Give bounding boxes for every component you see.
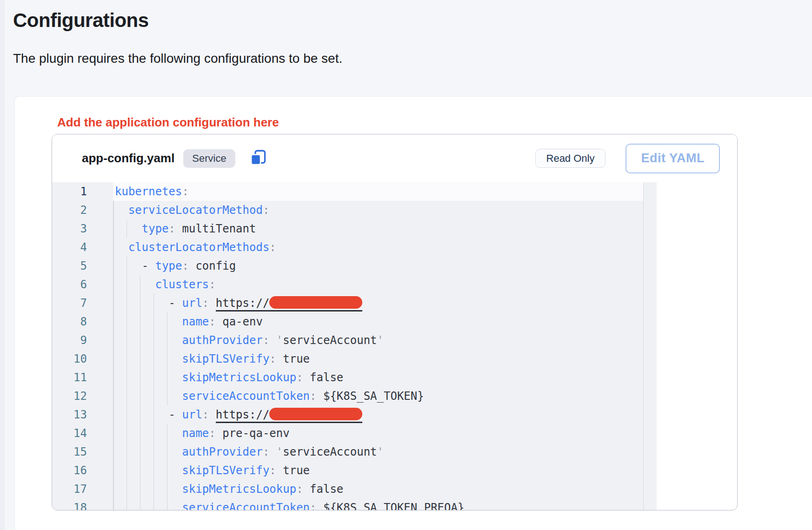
token-pun: : xyxy=(296,371,310,384)
url-value: https:// xyxy=(216,297,363,311)
code-text: authProvider: 'serviceAccount' xyxy=(115,331,384,350)
code-text: name: qa-env xyxy=(115,312,263,331)
token-val: ${K8S_SA_TOKEN_PREQA} xyxy=(323,501,464,510)
code-text: skipMetricsLookup: false xyxy=(115,480,343,498)
line-number: 18 xyxy=(52,498,87,510)
line-number: 8 xyxy=(52,312,87,331)
config-instruction-note: Add the application configuration here xyxy=(57,115,279,130)
token-val: ${K8S_SA_TOKEN} xyxy=(323,390,424,403)
token-val: - xyxy=(169,408,182,421)
window-edge xyxy=(0,0,4,530)
indent-guide xyxy=(113,405,114,424)
vertical-scrollbar[interactable] xyxy=(643,182,657,510)
redaction-mark xyxy=(269,408,362,420)
token-key: skipTLSVerify xyxy=(182,352,270,365)
intro-text: The plugin requires the following config… xyxy=(13,51,342,66)
token-pun: : xyxy=(263,445,276,458)
line-number: 12 xyxy=(52,387,87,405)
code-text: skipTLSVerify: true xyxy=(115,350,310,368)
indent-guide xyxy=(113,201,114,219)
token-pun: : xyxy=(310,501,323,510)
token-pun: : xyxy=(263,334,276,347)
indent-guide xyxy=(113,312,114,331)
code-text: serviceAccountToken: ${K8S_SA_TOKEN_PREQ… xyxy=(115,498,464,510)
token-val: multiTenant xyxy=(182,222,256,235)
token-val: false xyxy=(310,371,343,384)
line-number: 7 xyxy=(52,294,87,312)
line-number: 1 xyxy=(52,182,87,201)
line-number: 2 xyxy=(52,201,87,219)
indent-guide xyxy=(113,387,114,405)
code-text: serviceLocatorMethod: xyxy=(115,201,269,219)
token-val: pre-qa-env xyxy=(222,427,290,440)
configurations-panel: Add the application configuration here a… xyxy=(15,97,812,530)
code-text: authProvider: 'serviceAccount' xyxy=(115,443,384,461)
line-number: 9 xyxy=(52,331,87,350)
token-key: type xyxy=(155,259,182,272)
yaml-code-editor[interactable]: 1kubernetes:2 serviceLocatorMethod:3 typ… xyxy=(52,182,657,510)
code-text: skipMetricsLookup: false xyxy=(115,368,343,387)
token-key: name xyxy=(182,315,209,328)
read-only-button[interactable]: Read Only xyxy=(535,149,606,168)
token-pun: : xyxy=(169,222,182,235)
code-line: 2 serviceLocatorMethod: xyxy=(52,201,657,219)
file-name: app-config.yaml xyxy=(82,151,174,166)
line-number: 5 xyxy=(52,257,87,275)
token-val: serviceAccount xyxy=(283,334,377,347)
line-number: 15 xyxy=(52,443,87,461)
token-val: qa-env xyxy=(222,315,263,328)
indent-guide xyxy=(113,257,114,275)
indent-guide xyxy=(113,275,114,294)
token-quote: ' xyxy=(276,445,283,458)
token-val: true xyxy=(283,352,310,365)
token-pun: : xyxy=(269,241,276,254)
indent-guide xyxy=(113,461,114,480)
token-key: serviceAccountToken xyxy=(182,501,310,510)
token-key: skipMetricsLookup xyxy=(182,483,297,496)
indent-guide xyxy=(113,219,114,238)
token-pun: : xyxy=(263,204,269,217)
read-only-label: Read Only xyxy=(546,152,595,165)
edit-yaml-button[interactable]: Edit YAML xyxy=(626,144,720,173)
code-text: kubernetes: xyxy=(115,182,189,201)
code-line: 3 type: multiTenant xyxy=(52,219,657,238)
code-line: 15 authProvider: 'serviceAccount' xyxy=(52,443,657,461)
code-text: clusterLocatorMethods: xyxy=(115,238,276,257)
token-key: serviceLocatorMethod xyxy=(128,204,263,217)
edit-yaml-label: Edit YAML xyxy=(641,151,705,166)
token-key: kubernetes xyxy=(115,185,182,198)
indent-guide xyxy=(113,498,114,510)
indent-guide xyxy=(113,350,114,368)
indent-guide xyxy=(113,443,114,461)
line-number: 4 xyxy=(52,238,87,257)
code-line: 12 serviceAccountToken: ${K8S_SA_TOKEN} xyxy=(52,387,657,405)
code-text: - url: https:// xyxy=(115,405,362,424)
token-pun: : xyxy=(310,390,323,403)
token-pun: : xyxy=(182,185,189,198)
token-key: serviceAccountToken xyxy=(182,390,310,403)
token-val: - xyxy=(142,259,155,272)
copy-button[interactable] xyxy=(249,149,267,168)
yaml-editor-card: app-config.yaml Service Read Only Edit Y… xyxy=(52,134,738,510)
code-line: 5 - type: config xyxy=(52,257,657,275)
token-val: - xyxy=(169,297,182,310)
kind-badge: Service xyxy=(183,149,235,168)
token-val: serviceAccount xyxy=(283,445,377,458)
indent-guide xyxy=(113,424,114,443)
code-text: - url: https:// xyxy=(115,294,362,312)
indent-guide xyxy=(113,294,114,312)
token-pun: : xyxy=(209,427,222,440)
line-number: 14 xyxy=(52,424,87,443)
code-line: 18 serviceAccountToken: ${K8S_SA_TOKEN_P… xyxy=(52,498,657,510)
token-pun: : xyxy=(269,464,283,477)
indent-guide xyxy=(113,238,114,257)
token-pun: : xyxy=(209,315,222,328)
code-line: 9 authProvider: 'serviceAccount' xyxy=(52,331,657,350)
token-key: url xyxy=(182,408,202,421)
indent-guide xyxy=(113,480,114,498)
code-line: 16 skipTLSVerify: true xyxy=(52,461,657,480)
token-pun: : xyxy=(209,278,215,291)
token-val: config xyxy=(195,259,236,272)
url-value: https:// xyxy=(216,408,363,423)
code-text: clusters: xyxy=(115,275,216,294)
